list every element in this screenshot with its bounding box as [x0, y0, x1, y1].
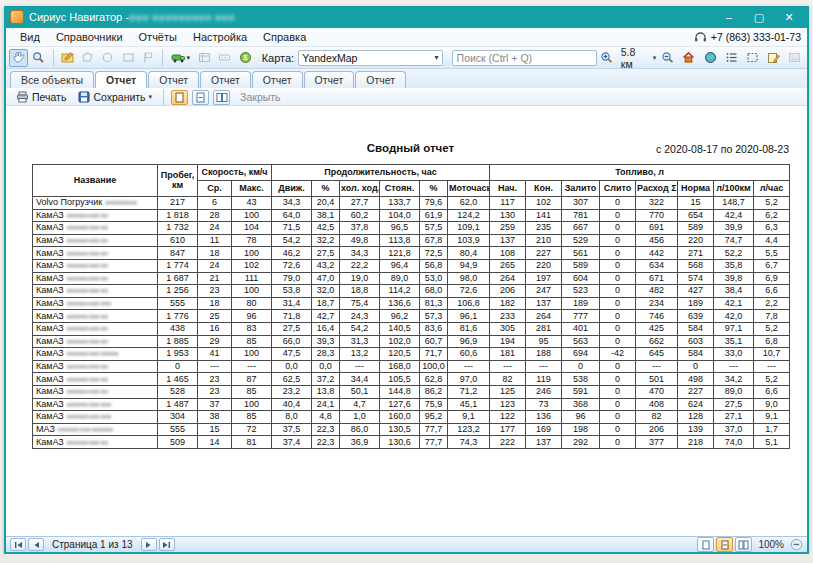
tab-report-4[interactable]: Отчет	[252, 71, 303, 88]
table-row: КамАЗ ●●●●●● ●●● ●● 1 776259671,842,724,…	[33, 310, 790, 323]
zoom-out-report-button[interactable]	[790, 538, 803, 551]
finance-button[interactable]: $	[235, 49, 254, 67]
polygon-tool-button[interactable]	[78, 49, 97, 67]
save-button[interactable]: Сохранить ▾	[74, 90, 156, 104]
rectangle-tool-button[interactable]	[118, 49, 137, 67]
minimize-button[interactable]: –	[715, 8, 743, 26]
col-header-parked: Стоян.	[380, 181, 420, 197]
next-page-button[interactable]	[141, 538, 157, 551]
table-cell: ---	[448, 360, 490, 373]
track-history-button[interactable]	[195, 49, 214, 67]
tab-report-active[interactable]: Отчет	[95, 71, 147, 88]
table-cell: 42,5	[312, 222, 340, 235]
tab-report-2[interactable]: Отчет	[148, 71, 199, 88]
maximize-button[interactable]: ▢	[745, 8, 773, 26]
table-cell: 71,2	[448, 385, 490, 398]
zoom-out-map-button[interactable]	[658, 49, 677, 67]
table-cell: 74,7	[714, 234, 754, 247]
map-scale-value[interactable]: 5.8 км	[621, 46, 649, 70]
table-cell: 80,4	[448, 247, 490, 260]
table-cell: 74,0	[714, 436, 754, 449]
col-header-fuel-filled: Залито	[562, 181, 600, 197]
tab-all-objects[interactable]: Все объекты	[10, 71, 94, 88]
view-fit-width-button[interactable]	[192, 90, 209, 105]
route-button[interactable]	[215, 49, 234, 67]
tab-report-3[interactable]: Отчет	[200, 71, 251, 88]
table-cell: 589	[678, 222, 714, 235]
previous-page-button[interactable]	[28, 538, 44, 551]
last-page-button[interactable]	[159, 538, 175, 551]
zoom-tool-button[interactable]	[29, 49, 48, 67]
vehicle-name: КамАЗ	[36, 285, 64, 295]
table-cell: 0	[600, 234, 636, 247]
tab-report-5[interactable]: Отчет	[304, 71, 355, 88]
vehicle-plate-redacted: ●●●●●● ●●● ●●	[66, 236, 107, 245]
globe-button[interactable]	[700, 49, 719, 67]
table-cell: 0	[600, 398, 636, 411]
table-cell: 305	[490, 322, 526, 335]
menu-help[interactable]: Справка	[255, 29, 314, 45]
toolbar-separator	[53, 50, 54, 66]
edit-map-button[interactable]	[58, 49, 77, 67]
table-cell: 6,8	[754, 335, 790, 348]
view-two-pages-button[interactable]	[213, 90, 230, 105]
table-cell: 781	[562, 209, 600, 222]
table-cell: 18,8	[340, 285, 380, 298]
statusbar-view-fit-button[interactable]	[716, 537, 733, 552]
table-cell: 75,4	[340, 297, 380, 310]
note-edit-button[interactable]	[764, 49, 783, 67]
vehicle-layer-button[interactable]: ▾	[167, 49, 194, 67]
table-cell: 671	[636, 272, 678, 285]
vehicle-plate-redacted: ●●●●●● ●●● ●●	[66, 362, 107, 371]
flag-tool-button[interactable]	[139, 49, 158, 67]
table-row: КамАЗ ●●●●●● ●●● ●● 1 7742410272,643,222…	[33, 259, 790, 272]
table-cell: 25	[198, 310, 232, 323]
table-cell: 114,2	[380, 285, 420, 298]
statusbar-view-multi-button[interactable]	[735, 537, 752, 552]
vehicle-name: КамАЗ	[36, 311, 64, 321]
first-page-button[interactable]	[10, 538, 26, 551]
zoom-in-map-button[interactable]	[598, 49, 617, 67]
pan-hand-tool-button[interactable]	[9, 49, 28, 67]
home-button[interactable]	[679, 49, 698, 67]
table-cell: 498	[678, 373, 714, 386]
table-cell: 18	[198, 297, 232, 310]
table-cell: 60,2	[340, 209, 380, 222]
print-label: Печать	[32, 91, 66, 103]
table-cell: 139	[678, 423, 714, 436]
view-single-page-button[interactable]	[171, 90, 188, 105]
print-button[interactable]: Печать	[12, 90, 70, 104]
menu-view[interactable]: Вид	[12, 29, 48, 45]
close-report-button[interactable]: Закрыть	[240, 91, 280, 103]
select-area-button[interactable]	[743, 49, 762, 67]
menu-settings[interactable]: Настройка	[185, 29, 255, 45]
table-cell: 38,4	[714, 285, 754, 298]
table-cell: 38	[198, 411, 232, 424]
table-cell: 72,6	[272, 259, 312, 272]
table-cell: 34,3	[272, 197, 312, 210]
table-cell: 46,2	[272, 247, 312, 260]
col-header-l-per-hour: л/час	[754, 181, 790, 197]
tab-report-6[interactable]: Отчет	[355, 71, 406, 88]
table-cell: 1,0	[340, 411, 380, 424]
table-cell: 292	[562, 436, 600, 449]
search-input[interactable]	[452, 50, 597, 66]
app-icon	[10, 10, 24, 24]
table-cell: 427	[678, 285, 714, 298]
menu-reports[interactable]: Отчёты	[131, 29, 185, 45]
table-cell: 100	[232, 247, 272, 260]
map-select[interactable]: YandexMap ▾	[298, 50, 442, 66]
table-cell: 4,8	[312, 411, 340, 424]
circle-tool-button[interactable]	[98, 49, 117, 67]
image-button[interactable]	[785, 49, 804, 67]
close-button[interactable]: ✕	[775, 8, 803, 26]
table-cell: 34,2	[714, 373, 754, 386]
menu-directories[interactable]: Справочники	[48, 29, 131, 45]
table-cell: 6,6	[754, 285, 790, 298]
table-cell: 0	[562, 360, 600, 373]
table-cell: 22,3	[312, 436, 340, 449]
list-objects-button[interactable]	[722, 49, 741, 67]
statusbar-view-single-button[interactable]	[697, 537, 714, 552]
table-cell: 501	[636, 373, 678, 386]
page-indicator: Страница 1 из 13	[52, 539, 133, 550]
